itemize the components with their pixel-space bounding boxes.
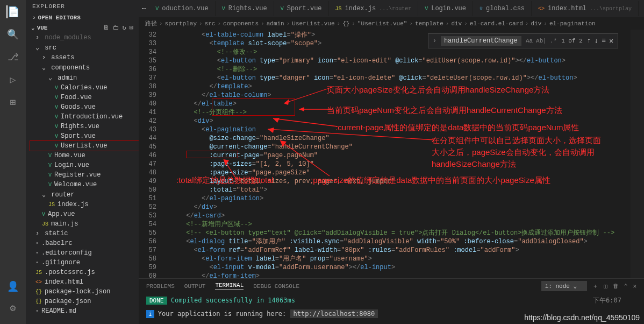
breadcrumb-item[interactable]: UserList.vue [292, 20, 334, 27]
file-tree[interactable]: › node_modules⌄ src› assets⌄ components⌄… [26, 33, 139, 324]
account-icon[interactable]: 👤 [6, 280, 19, 293]
panel-tab[interactable]: OUTPUT [184, 283, 206, 290]
breadcrumb-item[interactable]: {} [342, 20, 349, 27]
regex-icon[interactable]: .* [550, 38, 557, 44]
editor-tab[interactable]: JS index.js ...\router [329, 1, 419, 16]
terminal-select[interactable]: 1: node ⌄ [541, 281, 587, 291]
tree-item[interactable]: ⌄ router [30, 189, 139, 200]
tree-item[interactable]: <> index.html [30, 277, 139, 287]
tree-item[interactable]: V Sport.vue [30, 131, 139, 141]
extensions-icon[interactable]: ⊞ [6, 96, 19, 109]
sidebar-actions: 🗎 🗀 ↻ ⊟ [103, 24, 133, 32]
tree-item[interactable]: {} package-lock.json [30, 287, 139, 297]
editor-tab[interactable]: JS index.js ...\config [639, 1, 644, 16]
tree-item[interactable]: ⌄ src [30, 43, 139, 53]
find-input[interactable] [441, 36, 521, 46]
open-editors-section[interactable]: › OPEN EDITORS [26, 13, 139, 23]
search-icon[interactable]: 🔍 [6, 28, 19, 41]
new-folder-icon[interactable]: 🗀 [113, 24, 119, 32]
new-file-icon[interactable]: 🗎 [103, 24, 110, 32]
code-editor[interactable]: <el-table-column label="操作"> <template s… [163, 30, 631, 278]
editor-tab[interactable]: V Sport.vue [274, 1, 329, 16]
tree-item[interactable]: ⌄ admin [30, 73, 139, 83]
watermark: https://blog.csdn.net/qq_45950109 [524, 313, 640, 322]
editor-tab[interactable]: V oduction.vue [149, 1, 215, 16]
panel-tabs: PROBLEMSOUTPUTTERMINALDEBUG CONSOLE 1: n… [139, 279, 644, 293]
tree-item[interactable]: V App.vue [30, 209, 139, 219]
tree-item[interactable]: • .editorconfig [30, 248, 139, 258]
sidebar: EXPLORER › OPEN EDITORS ⌄ VUE 🗎 🗀 ↻ ⊟ › … [26, 0, 139, 324]
debug-icon[interactable]: ▷ [6, 73, 19, 86]
breadcrumb-item[interactable]: div [451, 20, 462, 27]
find-close-icon[interactable]: ✕ [609, 37, 613, 45]
new-terminal-icon[interactable]: ＋ [592, 282, 598, 290]
find-selection-icon[interactable]: ≡ [602, 37, 606, 45]
find-next-icon[interactable]: ↓ [595, 37, 599, 45]
panel-tab[interactable]: TERMINAL [215, 282, 244, 290]
maximize-panel-icon[interactable]: ⌃ [624, 283, 628, 290]
find-widget: › Aa Ab| .* 1 of 2 ↑ ↓ ≡ ✕ [428, 33, 618, 48]
explorer-title: EXPLORER [26, 0, 139, 13]
tree-item[interactable]: › assets [30, 53, 139, 62]
panel-tab[interactable]: PROBLEMS [146, 283, 175, 290]
tree-item[interactable]: V UserList.vue [30, 141, 139, 151]
breadcrumb-item[interactable]: 路径 [145, 19, 157, 27]
tree-item[interactable]: JS index.js [30, 200, 139, 209]
tree-item[interactable]: V Introduction.vue [30, 112, 139, 122]
breadcrumb-item[interactable]: components [223, 20, 259, 27]
tree-item[interactable]: › static [30, 229, 139, 238]
line-gutter: 3233343536373839404142434445464748495051… [139, 30, 163, 278]
tree-item[interactable]: › node_modules [30, 33, 139, 43]
editor-tab[interactable]: V Rights.vue [216, 1, 274, 16]
tree-item[interactable]: JS .postcssrc.js [30, 267, 139, 277]
close-panel-icon[interactable]: ✕ [633, 283, 636, 290]
tree-item[interactable]: V Goods.vue [30, 102, 139, 112]
tabs-overflow-icon[interactable]: ⋯ [139, 5, 149, 13]
tree-item[interactable]: V Rights.vue [30, 122, 139, 131]
editor-area: ⋯ V oduction.vueV Rights.vueV Sport.vueJ… [139, 0, 644, 324]
collapse-icon[interactable]: ⊟ [130, 24, 133, 32]
tree-item[interactable]: • README.md [30, 306, 139, 316]
tree-item[interactable]: V Register.vue [30, 170, 139, 180]
find-count: 1 of 2 [561, 38, 583, 44]
panel-tab[interactable]: DEBUG CONSOLE [253, 283, 299, 290]
breadcrumb-item[interactable]: admin [267, 20, 284, 27]
tree-item[interactable]: V Food.vue [30, 93, 139, 102]
gear-icon[interactable]: ⚙ [6, 301, 19, 314]
tree-item[interactable]: • .babelrc [30, 238, 139, 248]
breadcrumb-item[interactable]: src [205, 20, 216, 27]
tree-item[interactable]: • .gitignore [30, 258, 139, 267]
tree-item[interactable]: JS main.js [30, 219, 139, 229]
kill-terminal-icon[interactable]: 🗑 [613, 283, 619, 290]
tree-item[interactable]: V Home.vue [30, 151, 139, 160]
find-prev-icon[interactable]: ↑ [587, 37, 591, 45]
source-control-icon[interactable]: ⎇ [6, 51, 19, 64]
activity-bar: 📄 🔍 ⎇ ▷ ⊞ 👤 ⚙ [0, 0, 26, 324]
tree-item[interactable]: {} package.json [30, 297, 139, 306]
editor-tab[interactable]: V Login.vue [418, 1, 473, 16]
breadcrumb-item[interactable]: el-pagination [549, 20, 596, 27]
refresh-icon[interactable]: ↻ [123, 24, 126, 32]
tree-item[interactable]: ⌄ components [30, 62, 139, 73]
editor-tabs: ⋯ V oduction.vueV Rights.vueV Sport.vueJ… [139, 0, 644, 17]
minimap[interactable] [631, 30, 644, 278]
breadcrumb-item[interactable]: template [415, 20, 443, 27]
tree-item[interactable]: V Welcome.vue [30, 180, 139, 189]
root-folder[interactable]: ⌄ VUE [31, 24, 47, 31]
tree-item[interactable]: V Login.vue [30, 160, 139, 170]
info-badge: i [146, 310, 154, 318]
explorer-icon[interactable]: 📄 [6, 5, 19, 18]
breadcrumb-item[interactable]: el-card.el-card [470, 20, 523, 27]
tree-item[interactable]: V Calories.vue [30, 83, 139, 93]
breadcrumb-item[interactable]: div [531, 20, 541, 27]
breadcrumb-item[interactable]: "UserList.vue" [357, 20, 407, 27]
split-terminal-icon[interactable]: ◫ [604, 283, 607, 290]
chevron-right-icon[interactable]: › [433, 37, 437, 45]
editor-tab[interactable]: <> index.html ...\sportplay [532, 1, 639, 16]
editor-tab[interactable]: # global.css [473, 1, 532, 16]
breadcrumb[interactable]: 路径›sportplay›src›components›admin›UserLi… [139, 17, 644, 30]
done-badge: DONE [146, 297, 167, 305]
breadcrumb-item[interactable]: sportplay [165, 20, 197, 27]
match-case-icon[interactable]: Aa [526, 38, 533, 44]
match-word-icon[interactable]: Ab| [536, 38, 547, 44]
